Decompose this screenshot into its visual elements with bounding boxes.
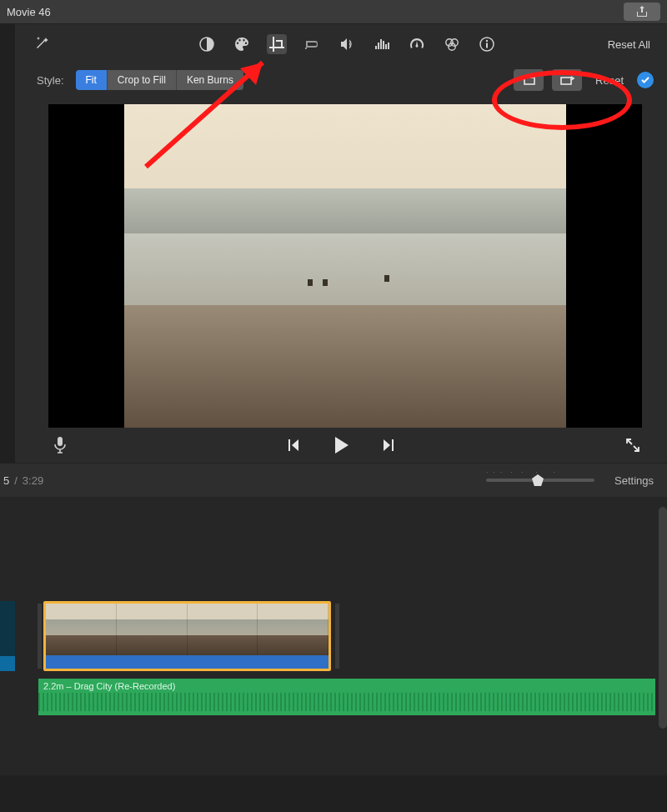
rotate-cw-icon xyxy=(558,73,576,87)
info-icon xyxy=(479,36,495,53)
stabilize-icon xyxy=(303,36,320,53)
crop-button[interactable] xyxy=(267,34,287,54)
expand-icon xyxy=(625,438,640,453)
contrast-icon xyxy=(198,36,215,53)
clip-thumbnails xyxy=(46,604,328,655)
skip-back-icon xyxy=(285,437,302,454)
previous-button[interactable] xyxy=(285,437,302,454)
filters-button[interactable] xyxy=(442,34,462,54)
stabilization-button[interactable] xyxy=(302,34,322,54)
enhance-button[interactable] xyxy=(32,33,52,53)
microphone-icon xyxy=(53,436,67,454)
timeline[interactable]: 2.2m – Drag City (Re-Recorded) xyxy=(0,497,667,775)
style-label: Style: xyxy=(37,74,64,87)
svg-rect-9 xyxy=(58,437,63,446)
noise-reduction-button[interactable] xyxy=(372,34,392,54)
style-ken-burns-button[interactable]: Ken Burns xyxy=(177,70,243,90)
zoom-ticks: · · · · · · · xyxy=(486,469,594,476)
clip-fragment[interactable] xyxy=(0,601,15,671)
color-balance-button[interactable] xyxy=(197,34,217,54)
preview-viewport[interactable] xyxy=(48,104,642,428)
rotate-ccw-icon xyxy=(519,73,538,87)
info-button[interactable] xyxy=(477,34,497,54)
style-segmented-control: Fit Crop to Fill Ken Burns xyxy=(76,70,243,90)
adjustments-toolbar: Reset All xyxy=(15,24,667,64)
filter-icon xyxy=(444,36,460,53)
palette-icon xyxy=(233,36,250,53)
clip-trim-handle-left[interactable] xyxy=(38,604,42,669)
zoom-thumb[interactable] xyxy=(532,474,544,486)
volume-button[interactable] xyxy=(337,34,357,54)
skip-forward-icon xyxy=(380,437,397,454)
svg-rect-8 xyxy=(561,78,571,84)
settings-button[interactable]: Settings xyxy=(614,474,654,487)
crop-icon xyxy=(268,36,285,53)
audio-track-label: 2.2m – Drag City (Re-Recorded) xyxy=(38,679,655,691)
checkmark-icon xyxy=(640,75,650,85)
reset-all-button[interactable]: Reset All xyxy=(608,38,650,51)
crop-style-bar: Style: Fit Crop to Fill Ken Burns Reset xyxy=(15,64,667,99)
style-fit-button[interactable]: Fit xyxy=(76,70,108,90)
viewer-panel: Reset All Style: Fit Crop to Fill Ken Bu… xyxy=(15,23,667,464)
speedometer-icon xyxy=(409,36,425,53)
crop-reset-button[interactable]: Reset xyxy=(590,74,629,87)
magic-wand-icon xyxy=(33,34,50,51)
time-separator: / xyxy=(14,474,18,487)
color-correction-button[interactable] xyxy=(232,34,252,54)
window-titlebar: Movie 46 xyxy=(0,0,667,23)
svg-point-5 xyxy=(486,40,488,42)
style-crop-to-fill-button[interactable]: Crop to Fill xyxy=(108,70,177,90)
play-icon xyxy=(330,434,352,456)
play-button[interactable] xyxy=(330,434,352,456)
share-button[interactable] xyxy=(624,3,660,21)
audio-track[interactable]: 2.2m – Drag City (Re-Recorded) xyxy=(38,679,655,715)
timeline-scrollbar[interactable] xyxy=(659,507,667,729)
transport-controls xyxy=(15,434,667,456)
zoom-slider[interactable]: · · · · · · · xyxy=(486,479,594,482)
next-button[interactable] xyxy=(380,437,397,454)
rotate-cw-button[interactable] xyxy=(552,69,582,91)
share-icon xyxy=(635,5,649,18)
svg-rect-7 xyxy=(524,78,534,84)
apply-button[interactable] xyxy=(637,72,654,88)
audio-waveform xyxy=(38,693,655,711)
rotate-ccw-button[interactable] xyxy=(514,69,544,91)
total-duration: 3:29 xyxy=(23,474,43,487)
window-title: Movie 46 xyxy=(7,6,51,18)
fullscreen-button[interactable] xyxy=(625,438,640,453)
preview-image xyxy=(124,104,566,428)
playhead-time: 5 xyxy=(3,474,9,487)
speed-button[interactable] xyxy=(407,34,427,54)
volume-icon xyxy=(339,36,355,53)
clip-audio-bar xyxy=(46,655,328,671)
clip-trim-handle-right[interactable] xyxy=(335,604,339,669)
video-clip[interactable] xyxy=(43,601,331,671)
timecode-bar: 5 / 3:29 · · · · · · · Settings xyxy=(0,464,667,497)
svg-rect-6 xyxy=(486,43,488,48)
voiceover-button[interactable] xyxy=(53,436,67,454)
equalizer-icon xyxy=(374,36,390,53)
